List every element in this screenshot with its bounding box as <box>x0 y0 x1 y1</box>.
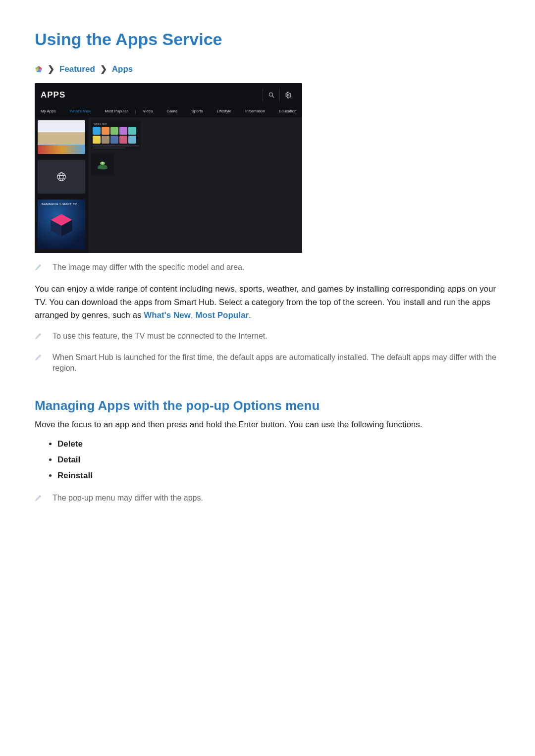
highlight-most-popular: Most Popular <box>195 310 249 320</box>
search-icon[interactable] <box>263 88 279 102</box>
options-list: Delete Detail Reinstall <box>35 436 500 484</box>
sidebar: SAMSUNG SMART TV <box>35 117 88 253</box>
sidebar-thumb-photo[interactable] <box>38 120 85 154</box>
svg-point-5 <box>269 93 272 96</box>
tab-education[interactable]: Education <box>279 109 297 113</box>
settings-icon[interactable] <box>279 88 296 102</box>
note-icon <box>35 263 44 274</box>
card-header: What's New <box>93 122 139 127</box>
tab-whats-new[interactable]: What's New <box>70 109 91 113</box>
tab-game[interactable]: Game <box>167 109 178 113</box>
brand-prefix: SAMSUNG <box>42 202 58 205</box>
breadcrumb-featured: Featured <box>59 64 95 74</box>
category-tabs[interactable]: My Apps What's New Most Popular| Video G… <box>35 107 302 117</box>
note-icon <box>35 332 44 343</box>
tab-my-apps[interactable]: My Apps <box>41 109 56 113</box>
tab-sports[interactable]: Sports <box>191 109 203 113</box>
note-popup-differs: The pop-up menu may differ with the apps… <box>53 493 203 504</box>
info-app-tile[interactable]: ? <box>91 153 114 176</box>
tab-lifestyle[interactable]: Lifestyle <box>217 109 231 113</box>
note-image-differs: The image may differ with the specific m… <box>53 262 244 273</box>
smart-hub-icon <box>35 65 43 73</box>
apps-content-area: What's New ? <box>88 117 302 253</box>
intro-paragraph: You can enjoy a wide range of content in… <box>35 283 500 322</box>
svg-point-9 <box>59 173 63 181</box>
svg-line-6 <box>272 96 274 98</box>
apps-screen-title: APPS <box>41 90 65 100</box>
option-delete: Delete <box>57 436 500 452</box>
breadcrumb: ❯ Featured ❯ Apps <box>35 64 500 74</box>
breadcrumb-apps: Apps <box>112 64 133 74</box>
note-icon <box>35 494 44 504</box>
option-reinstall: Reinstall <box>57 468 500 484</box>
brand-smart-tv: MART TV <box>62 202 77 205</box>
chevron-right-icon: ❯ <box>100 64 107 74</box>
apps-screen-illustration: APPS My Apps What's New Most Popular| Vi… <box>35 83 302 253</box>
note-default-apps: When Smart Hub is launched for the first… <box>53 352 500 374</box>
tab-information[interactable]: Information <box>245 109 265 113</box>
option-detail: Detail <box>57 452 500 468</box>
svg-point-7 <box>287 94 289 96</box>
highlight-whats-new: What's New <box>144 310 191 320</box>
sidebar-thumb-web[interactable] <box>38 160 85 194</box>
svg-point-8 <box>57 173 66 181</box>
chevron-right-icon: ❯ <box>48 64 54 74</box>
whats-new-card[interactable]: What's New <box>91 120 141 150</box>
smart-hub-cube-icon <box>48 212 75 239</box>
tab-video[interactable]: Video <box>143 109 153 113</box>
svg-text:?: ? <box>102 161 103 164</box>
note-icon <box>35 353 44 364</box>
section-managing-apps: Managing Apps with the pop-up Options me… <box>35 398 500 413</box>
managing-apps-body: Move the focus to an app and then press … <box>35 418 500 431</box>
note-internet-required: To use this feature, the TV must be conn… <box>53 331 268 342</box>
page-title: Using the Apps Service <box>35 30 500 49</box>
tab-most-popular[interactable]: Most Popular <box>105 109 128 113</box>
sidebar-thumb-smart-tv[interactable]: SAMSUNG SMART TV <box>38 200 85 249</box>
